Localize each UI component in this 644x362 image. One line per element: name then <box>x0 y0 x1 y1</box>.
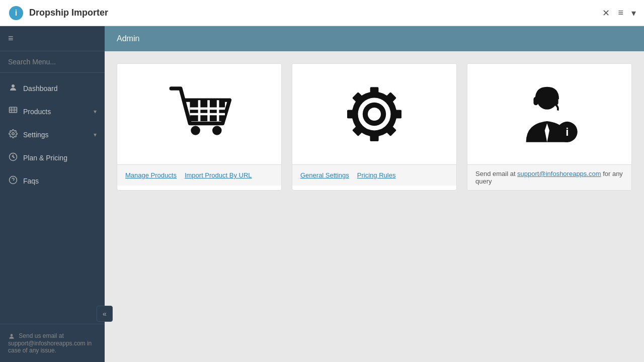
svg-point-2 <box>12 84 15 87</box>
sidebar-item-faqs[interactable]: Faqs <box>0 169 105 193</box>
app-title: Dropship Importer <box>29 8 602 18</box>
settings-icon <box>8 129 18 140</box>
products-icon <box>8 106 18 117</box>
sidebar-collapse-button[interactable]: « <box>97 306 113 322</box>
cards-grid: Manage Products Import Product By URL <box>117 63 632 191</box>
support-card-footer: Send email at support@infoshoreapps.com … <box>467 164 631 190</box>
hamburger-icon[interactable]: ≡ <box>618 8 623 18</box>
sidebar-hamburger[interactable]: ≡ <box>0 26 105 51</box>
top-bar: i Dropship Importer ✕ ≡ ▾ <box>0 0 644 26</box>
svg-rect-26 <box>370 87 379 97</box>
collapse-icon: « <box>103 310 107 318</box>
settings-chevron-icon: ▾ <box>94 131 97 138</box>
sidebar-item-dashboard-label: Dashboard <box>23 84 97 93</box>
content-header: Admin <box>105 26 644 51</box>
settings-card-icon-area <box>292 64 456 164</box>
content-body: Manage Products Import Product By URL <box>105 51 644 362</box>
svg-rect-38 <box>533 97 538 106</box>
sidebar-item-settings-label: Settings <box>23 131 89 139</box>
sidebar-search-container <box>0 51 105 73</box>
sidebar-footer: Send us email at support@infoshoreapps.c… <box>0 324 105 362</box>
sidebar-item-settings[interactable]: Settings ▾ <box>0 123 105 146</box>
content-area: Admin <box>105 26 644 362</box>
general-settings-link[interactable]: General Settings <box>300 171 349 179</box>
sidebar-item-plan-pricing[interactable]: Plan & Pricing <box>0 146 105 169</box>
products-card-icon-area <box>117 64 281 164</box>
close-icon[interactable]: ✕ <box>602 8 610 19</box>
svg-text:i: i <box>566 126 569 138</box>
svg-point-13 <box>11 334 13 336</box>
shopping-cart-icon <box>167 76 232 152</box>
sidebar-menu-icon: ≡ <box>8 33 14 43</box>
support-footer-text: Send email at support@infoshoreapps.com … <box>475 170 623 185</box>
pricing-rules-link[interactable]: Pricing Rules <box>357 171 396 179</box>
svg-rect-33 <box>370 132 379 141</box>
settings-card: General Settings Pricing Rules <box>292 63 457 191</box>
faqs-icon <box>8 175 18 187</box>
support-email-link[interactable]: support@infoshoreapps.com <box>517 170 601 177</box>
support-card: i Send email at support@infoshoreapps.co… <box>467 63 632 191</box>
content-header-title: Admin <box>117 34 139 43</box>
manage-products-link[interactable]: Manage Products <box>125 171 177 179</box>
app-logo: i <box>8 5 24 21</box>
svg-point-20 <box>191 126 200 135</box>
svg-rect-35 <box>347 110 357 119</box>
products-chevron-icon: ▾ <box>94 108 97 115</box>
gear-icon <box>342 76 407 152</box>
sidebar: ≡ Dashboard <box>0 26 105 362</box>
top-bar-actions: ✕ ≡ ▾ <box>602 8 636 19</box>
dropdown-icon[interactable]: ▾ <box>631 8 636 19</box>
sidebar-item-dashboard[interactable]: Dashboard <box>0 77 105 100</box>
support-card-icon-area: i <box>467 64 631 164</box>
search-input[interactable] <box>8 58 97 66</box>
sidebar-item-plan-pricing-label: Plan & Pricing <box>23 154 97 162</box>
svg-point-21 <box>212 126 222 135</box>
sidebar-item-faqs-label: Faqs <box>23 177 97 185</box>
dashboard-icon <box>8 83 18 94</box>
svg-point-8 <box>12 133 15 135</box>
svg-rect-31 <box>392 110 401 119</box>
support-icon: i <box>517 76 582 152</box>
svg-point-25 <box>368 108 381 121</box>
settings-card-footer: General Settings Pricing Rules <box>292 164 456 186</box>
plan-pricing-icon <box>8 152 18 163</box>
svg-text:i: i <box>15 9 17 17</box>
sidebar-item-products[interactable]: Products ▾ <box>0 100 105 123</box>
footer-person-icon <box>8 332 19 339</box>
sidebar-nav: Dashboard Products ▾ <box>0 73 105 324</box>
main-layout: ≡ Dashboard <box>0 26 644 362</box>
import-product-link[interactable]: Import Product By URL <box>185 171 252 179</box>
sidebar-footer-text: Send us email at support@infoshoreapps.c… <box>8 332 92 354</box>
svg-rect-3 <box>10 107 17 113</box>
products-card-footer: Manage Products Import Product By URL <box>117 164 281 186</box>
products-card: Manage Products Import Product By URL <box>117 63 282 191</box>
sidebar-item-products-label: Products <box>23 108 89 116</box>
